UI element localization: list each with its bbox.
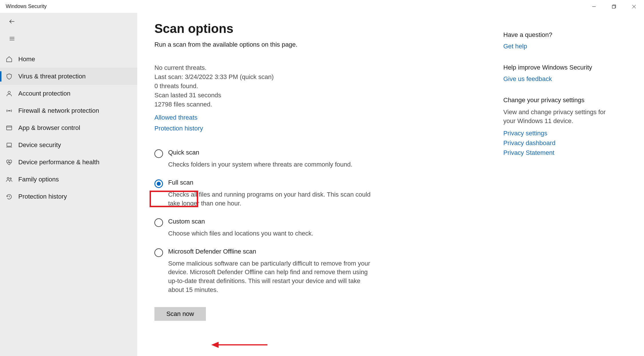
sidebar-item-device[interactable]: Device security	[0, 137, 137, 154]
window-title: Windows Security	[6, 3, 47, 9]
scan-option-custom[interactable]: Custom scan Choose which files and locat…	[154, 218, 372, 238]
sidebar-item-label: Virus & threat protection	[18, 73, 86, 80]
menu-button[interactable]	[6, 33, 18, 44]
maximize-icon	[612, 5, 616, 9]
rail-section-feedback: Help improve Windows Security Give us fe…	[503, 64, 606, 83]
radio-custom[interactable]	[154, 218, 163, 227]
status-links: Allowed threats Protection history	[154, 114, 498, 132]
svg-point-15	[7, 177, 9, 179]
sidebar-item-home[interactable]: Home	[0, 51, 137, 68]
sidebar-item-virus[interactable]: Virus & threat protection	[0, 68, 137, 85]
sidebar-item-label: Protection history	[18, 193, 67, 200]
privacy-settings-link[interactable]: Privacy settings	[503, 130, 606, 137]
get-help-link[interactable]: Get help	[503, 43, 606, 50]
sidebar-item-label: Account protection	[18, 90, 70, 97]
sidebar-item-family[interactable]: Family options	[0, 171, 137, 188]
close-icon	[632, 5, 636, 9]
svg-rect-13	[7, 143, 11, 146]
option-title: Full scan	[168, 179, 372, 186]
sidebar-item-performance[interactable]: Device performance & health	[0, 154, 137, 171]
rail-heading: Help improve Windows Security	[503, 64, 606, 71]
right-rail: Have a question? Get help Help improve W…	[498, 21, 606, 356]
antenna-icon	[6, 107, 13, 114]
sidebar-item-label: Home	[18, 56, 35, 63]
home-icon	[6, 56, 13, 63]
back-button[interactable]	[6, 16, 18, 27]
close-button[interactable]	[624, 0, 644, 13]
back-arrow-icon	[9, 18, 15, 25]
status-line: Last scan: 3/24/2022 3:33 PM (quick scan…	[154, 72, 498, 82]
page-subtitle: Run a scan from the available options on…	[154, 41, 498, 48]
status-line: 0 threats found.	[154, 82, 498, 91]
scan-now-button[interactable]: Scan now	[154, 307, 206, 321]
radio-quick[interactable]	[154, 149, 163, 158]
sidebar-item-label: Firewall & network protection	[18, 107, 99, 114]
person-icon	[6, 90, 13, 97]
window-icon	[6, 124, 13, 131]
shield-icon	[6, 73, 13, 80]
option-title: Quick scan	[168, 149, 372, 156]
sidebar-item-label: Family options	[18, 176, 59, 183]
sidebar-item-app[interactable]: App & browser control	[0, 119, 137, 137]
protection-history-link[interactable]: Protection history	[154, 125, 498, 132]
svg-rect-11	[7, 126, 12, 130]
rail-section-help: Have a question? Get help	[503, 31, 606, 50]
privacy-dashboard-link[interactable]: Privacy dashboard	[503, 139, 606, 147]
content-area: Scan options Run a scan from the availab…	[137, 13, 644, 356]
option-title: Custom scan	[168, 218, 372, 225]
scan-option-full[interactable]: Full scan Checks all files and running p…	[154, 179, 372, 208]
page-title: Scan options	[154, 21, 498, 36]
option-desc: Checks all files and running programs on…	[168, 190, 372, 208]
rail-heading: Change your privacy settings	[503, 96, 606, 104]
status-line: Scan lasted 31 seconds	[154, 91, 498, 100]
titlebar: Windows Security	[0, 0, 644, 13]
option-desc: Some malicious software can be particula…	[168, 259, 372, 294]
scan-status: No current threats. Last scan: 3/24/2022…	[154, 63, 498, 109]
nav-list: Home Virus & threat protection Account p…	[0, 50, 137, 205]
privacy-statement-link[interactable]: Privacy Statement	[503, 149, 606, 157]
hamburger-icon	[9, 36, 15, 41]
svg-rect-2	[612, 5, 615, 8]
allowed-threats-link[interactable]: Allowed threats	[154, 114, 498, 121]
window-controls	[584, 0, 644, 13]
sidebar-item-label: Device security	[18, 141, 61, 149]
laptop-icon	[6, 142, 13, 149]
scan-option-offline[interactable]: Microsoft Defender Offline scan Some mal…	[154, 248, 372, 294]
scan-option-list: Quick scan Checks folders in your system…	[154, 149, 372, 294]
people-icon	[6, 176, 13, 183]
sidebar-item-label: Device performance & health	[18, 159, 100, 166]
minimize-button[interactable]	[584, 0, 604, 13]
svg-point-16	[10, 178, 11, 179]
maximize-button[interactable]	[604, 0, 624, 13]
heart-pulse-icon	[6, 159, 13, 166]
give-feedback-link[interactable]: Give us feedback	[503, 75, 606, 83]
sidebar-item-history[interactable]: Protection history	[0, 188, 137, 205]
rail-text: View and change privacy settings for you…	[503, 108, 606, 126]
sidebar-item-label: App & browser control	[18, 124, 80, 132]
svg-point-9	[8, 91, 10, 94]
sidebar: Home Virus & threat protection Account p…	[0, 13, 137, 356]
radio-offline[interactable]	[154, 248, 163, 257]
history-icon	[6, 193, 13, 200]
option-title: Microsoft Defender Offline scan	[168, 248, 372, 255]
rail-heading: Have a question?	[503, 31, 606, 39]
status-line: 12798 files scanned.	[154, 100, 498, 109]
scan-option-quick[interactable]: Quick scan Checks folders in your system…	[154, 149, 372, 169]
sidebar-item-account[interactable]: Account protection	[0, 85, 137, 102]
option-desc: Checks folders in your system where thre…	[168, 160, 372, 169]
option-desc: Choose which files and locations you wan…	[168, 229, 372, 238]
main-column: Scan options Run a scan from the availab…	[154, 21, 498, 356]
rail-section-privacy: Change your privacy settings View and ch…	[503, 96, 606, 157]
radio-full[interactable]	[154, 179, 163, 188]
sidebar-item-firewall[interactable]: Firewall & network protection	[0, 102, 137, 119]
svg-point-10	[9, 110, 10, 111]
minimize-icon	[592, 5, 596, 9]
status-line: No current threats.	[154, 63, 498, 72]
